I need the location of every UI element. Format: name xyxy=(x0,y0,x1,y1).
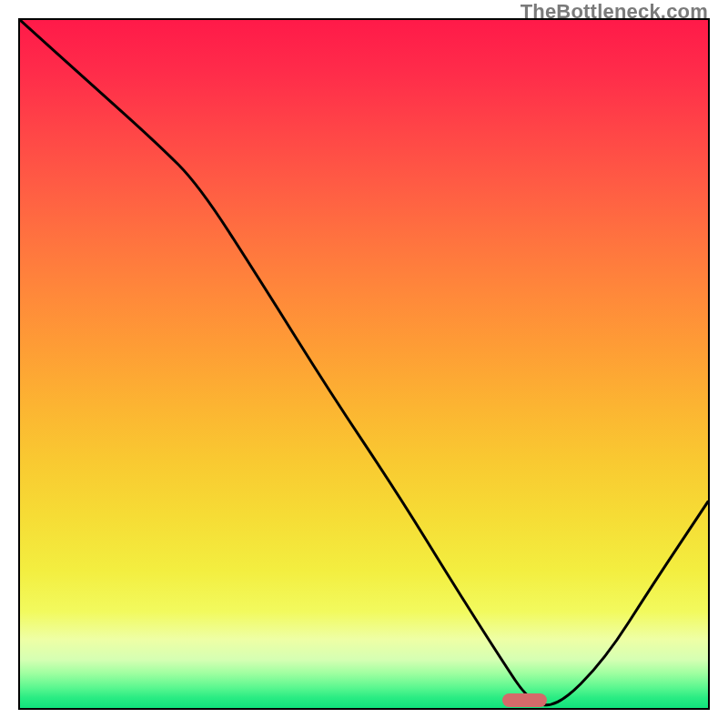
chart-frame xyxy=(18,18,710,710)
bottleneck-curve-path xyxy=(20,20,708,705)
chart-curve-svg xyxy=(20,20,708,708)
optimal-marker xyxy=(502,693,547,707)
